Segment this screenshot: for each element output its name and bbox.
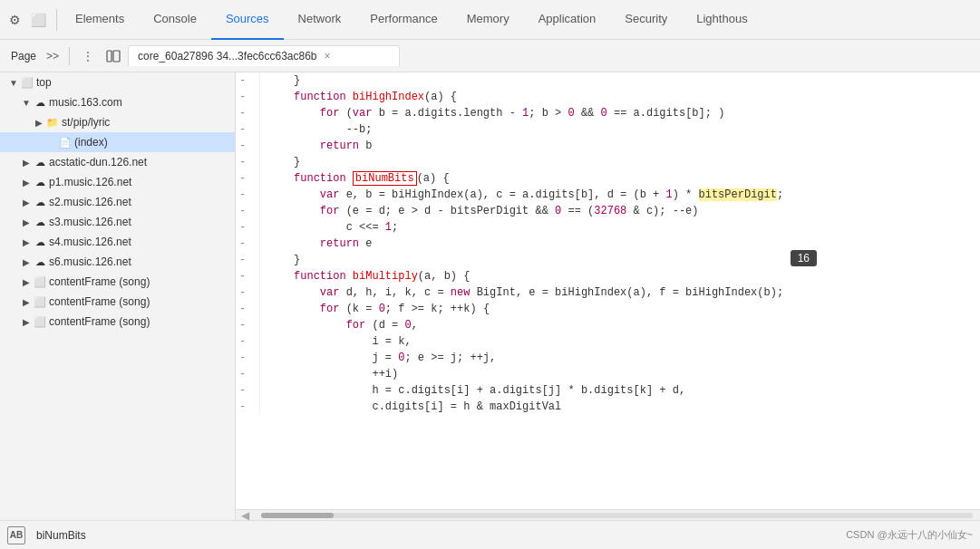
line-code: for (e = d; e > d - bitsPerDigit && 0 ==… xyxy=(260,203,980,219)
line-minus: - xyxy=(236,138,260,154)
line-minus: - xyxy=(236,72,260,89)
line-tooltip: 16 xyxy=(791,250,817,266)
line-minus: - xyxy=(236,121,260,138)
arrow-frame3: ▶ xyxy=(20,317,33,327)
table-row: - var d, h, i, k, c = new BigInt, e = bi… xyxy=(236,284,980,301)
label-acstatic: acstatic-dun.126.net xyxy=(49,156,147,169)
frame-icon-3: ⬜ xyxy=(33,316,47,328)
arrow-top: ▼ xyxy=(7,78,20,88)
page-chevron[interactable]: >> xyxy=(44,47,62,65)
cloud-icon-s2: ☁ xyxy=(33,197,47,208)
tab-sources[interactable]: Sources xyxy=(211,0,284,40)
arrow-s6: ▶ xyxy=(20,257,33,267)
line-minus: - xyxy=(236,284,260,301)
line-minus: - xyxy=(236,301,260,317)
sidebar-item-frame1[interactable]: ▶ ⬜ contentFrame (song) xyxy=(0,272,235,292)
line-minus: - xyxy=(236,382,260,399)
line-code: } xyxy=(260,72,980,89)
line-code: } xyxy=(260,252,980,268)
arrow-stpip: ▶ xyxy=(33,118,45,128)
sidebar-item-top[interactable]: ▼ ⬜ top xyxy=(0,72,235,92)
file-tab[interactable]: core_60a27896 34...3fec6cc63ac86b × xyxy=(128,45,400,66)
devtools-toolbar: ⚙ ⬜ Elements Console Sources Network Per… xyxy=(0,0,980,40)
line-minus: - xyxy=(236,252,260,268)
sidebar-item-acstatic[interactable]: ▶ ☁ acstatic-dun.126.net xyxy=(0,152,235,172)
tab-console[interactable]: Console xyxy=(139,0,211,40)
line-minus: - xyxy=(236,317,260,333)
cloud-icon-p1: ☁ xyxy=(33,177,47,188)
label-frame3: contentFrame (song) xyxy=(49,315,150,328)
table-row: - c.digits[i] = h & maxDigitVal xyxy=(236,399,980,415)
table-row: - return e xyxy=(236,236,980,252)
line-code: h = c.digits[i] + a.digits[j] * b.digits… xyxy=(260,382,980,399)
tab-performance[interactable]: Performance xyxy=(355,0,451,40)
ab-icon: AB xyxy=(7,526,25,544)
frame-icon-1: ⬜ xyxy=(33,276,47,288)
line-code: return b xyxy=(260,138,980,154)
line-code: var e, b = biHighIndex(a), c = a.digits[… xyxy=(260,187,980,203)
page-label: Page xyxy=(11,50,36,63)
table-row: - function biMultiply(a, b) { xyxy=(236,268,980,284)
table-row: - for (e = d; e > d - bitsPerDigit && 0 … xyxy=(236,203,980,219)
label-s6: s6.music.126.net xyxy=(49,255,131,268)
table-row: - j = 0; e >= j; ++j, xyxy=(236,350,980,366)
line-code: var d, h, i, k, c = new BigInt, e = biHi… xyxy=(260,284,980,301)
file-icon-index: 📄 xyxy=(58,137,73,149)
line-minus: - xyxy=(236,236,260,252)
table-row: - function biNumBits(a) { xyxy=(236,170,980,187)
tab-memory[interactable]: Memory xyxy=(452,0,524,40)
arrow-frame2: ▶ xyxy=(20,297,33,307)
tab-lighthouse[interactable]: Lighthous xyxy=(682,0,762,40)
line-minus: - xyxy=(236,154,260,170)
arrow-frame1: ▶ xyxy=(20,277,33,287)
sidebar-item-s6[interactable]: ▶ ☁ s6.music.126.net xyxy=(0,252,235,272)
sources-second-row: Page >> ⋮ core_60a27896 34...3fec6cc63ac… xyxy=(0,40,980,72)
scroll-left-arrow[interactable]: ◀ xyxy=(236,510,254,521)
file-tree-sidebar: ▼ ⬜ top ▼ ☁ music.163.com ▶ 📁 st/pip/lyr… xyxy=(0,72,236,520)
sidebar-item-frame2[interactable]: ▶ ⬜ contentFrame (song) xyxy=(0,292,235,312)
bottom-bar: AB biNumBits CSDN @永远十八的小仙女~ xyxy=(0,520,980,549)
folder-icon-stpip: 📁 xyxy=(45,117,60,129)
cloud-icon-s3: ☁ xyxy=(33,217,47,228)
sidebar-item-s2[interactable]: ▶ ☁ s2.music.126.net xyxy=(0,192,235,212)
sidebar-item-frame3[interactable]: ▶ ⬜ contentFrame (song) xyxy=(0,312,235,332)
table-row: - } xyxy=(236,252,980,268)
sidebar-item-stpipdir[interactable]: ▶ 📁 st/pip/lyric xyxy=(0,112,235,132)
tab-security[interactable]: Security xyxy=(610,0,682,40)
arrow-s4: ▶ xyxy=(20,237,33,247)
code-scroll[interactable]: 16 - } - function biHighIndex(a) { xyxy=(236,72,980,509)
table-row: - h = c.digits[i] + a.digits[j] * b.digi… xyxy=(236,382,980,399)
sidebar-item-s3[interactable]: ▶ ☁ s3.music.126.net xyxy=(0,212,235,232)
line-code: for (k = 0; f >= k; ++k) { xyxy=(260,301,980,317)
arrow-p1: ▶ xyxy=(20,178,33,188)
label-top: top xyxy=(36,76,52,89)
tab-list: Elements Console Sources Network Perform… xyxy=(61,0,762,40)
tab-elements[interactable]: Elements xyxy=(61,0,139,40)
arrow-s2: ▶ xyxy=(20,197,33,207)
sidebar-item-music163[interactable]: ▼ ☁ music.163.com xyxy=(0,92,235,112)
devtools-icon-2[interactable]: ⬜ xyxy=(27,9,49,31)
page-tab[interactable]: Page xyxy=(7,50,40,63)
file-tab-close[interactable]: × xyxy=(325,50,331,63)
devtools-icon-1[interactable]: ⚙ xyxy=(4,9,25,31)
scrollbar-thumb[interactable] xyxy=(261,513,334,518)
line-code: for (var b = a.digits.length - 1; b > 0 … xyxy=(260,105,980,121)
table-row: - i = k, xyxy=(236,333,980,350)
label-s2: s2.music.126.net xyxy=(49,196,131,208)
cloud-icon-s6: ☁ xyxy=(33,256,47,268)
tab-network[interactable]: Network xyxy=(284,0,356,40)
code-table: - } - function biHighIndex(a) { - fo xyxy=(236,72,980,415)
more-icon[interactable]: ⋮ xyxy=(77,45,99,67)
tab-application[interactable]: Application xyxy=(524,0,611,40)
line-minus: - xyxy=(236,333,260,350)
sidebar-item-index[interactable]: 📄 (index) xyxy=(0,132,235,152)
sidebar-toggle[interactable] xyxy=(102,45,124,67)
line-code: c.digits[i] = h & maxDigitVal xyxy=(260,399,980,415)
bottom-right-text: CSDN @永远十八的小仙女~ xyxy=(846,528,973,542)
scrollbar-track[interactable] xyxy=(261,513,973,518)
table-row: - function biHighIndex(a) { xyxy=(236,89,980,105)
horizontal-scrollbar[interactable]: ◀ xyxy=(236,509,980,520)
table-row: - --b; xyxy=(236,121,980,138)
sidebar-item-p1[interactable]: ▶ ☁ p1.music.126.net xyxy=(0,172,235,192)
sidebar-item-s4[interactable]: ▶ ☁ s4.music.126.net xyxy=(0,232,235,252)
